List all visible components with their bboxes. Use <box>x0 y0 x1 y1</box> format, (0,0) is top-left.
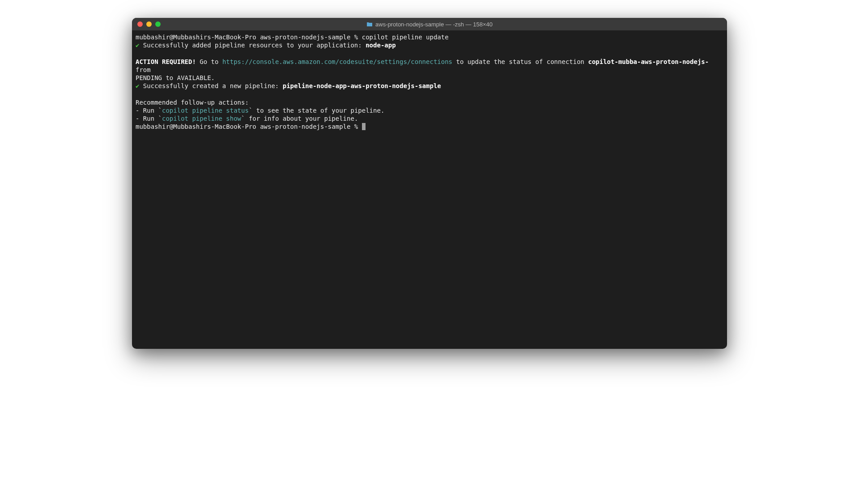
output-text: Successfully created a new pipeline: <box>139 82 282 89</box>
action-required-label: ACTION REQUIRED! <box>136 58 196 65</box>
aws-console-link: https://console.aws.amazon.com/codesuite… <box>222 58 452 65</box>
command-text: copilot pipeline update <box>362 34 449 41</box>
terminal-line: Recommended follow-up actions: <box>136 98 723 106</box>
folder-icon <box>366 21 373 27</box>
terminal-line: - Run `copilot pipeline status` to see t… <box>136 106 723 114</box>
pipeline-name: pipeline-node-app-aws-proton-nodejs-samp… <box>283 82 441 89</box>
terminal-line: mubbashir@Mubbashirs-MacBook-Pro aws-pro… <box>136 123 723 131</box>
terminal-line: mubbashir@Mubbashirs-MacBook-Pro aws-pro… <box>136 33 723 41</box>
terminal-line: ✔ Successfully created a new pipeline: p… <box>136 82 723 90</box>
output-text: ` for info about your pipeline. <box>241 115 358 122</box>
terminal-body[interactable]: mubbashir@Mubbashirs-MacBook-Pro aws-pro… <box>132 30 727 349</box>
terminal-line: PENDING to AVAILABLE. <box>136 74 723 82</box>
close-button[interactable] <box>137 21 143 27</box>
terminal-line: ✔ Successfully added pipeline resources … <box>136 41 723 49</box>
terminal-window: aws-proton-nodejs-sample — -zsh — 158×40… <box>132 18 727 349</box>
terminal-line-blank <box>136 90 723 98</box>
connection-name: copilot-mubba-aws-proton-nodejs- <box>588 58 709 65</box>
cursor <box>362 123 366 130</box>
output-text: - Run ` <box>136 115 162 122</box>
prompt-text: mubbashir@Mubbashirs-MacBook-Pro aws-pro… <box>136 34 362 41</box>
suggested-command: copilot pipeline show <box>162 115 241 122</box>
suggested-command: copilot pipeline status <box>162 107 249 114</box>
output-text: Recommended follow-up actions: <box>136 99 249 106</box>
terminal-line: ACTION REQUIRED! Go to https://console.a… <box>136 58 723 74</box>
output-text: PENDING to AVAILABLE. <box>136 74 215 81</box>
window-title-text: aws-proton-nodejs-sample — -zsh — 158×40 <box>375 21 493 28</box>
window-title: aws-proton-nodejs-sample — -zsh — 158×40 <box>366 21 493 28</box>
traffic-lights <box>137 21 161 27</box>
output-text: - Run ` <box>136 107 162 114</box>
title-bar: aws-proton-nodejs-sample — -zsh — 158×40 <box>132 18 727 30</box>
terminal-line-blank <box>136 49 723 57</box>
output-text: to update the status of connection <box>452 58 588 65</box>
output-text: ` to see the state of your pipeline. <box>249 107 384 114</box>
output-text: Go to <box>196 58 222 65</box>
output-text: Successfully added pipeline resources to… <box>139 42 366 49</box>
maximize-button[interactable] <box>155 21 161 27</box>
app-name: node-app <box>366 42 395 49</box>
prompt-text: mubbashir@Mubbashirs-MacBook-Pro aws-pro… <box>136 123 362 130</box>
minimize-button[interactable] <box>146 21 152 27</box>
terminal-line: - Run `copilot pipeline show` for info a… <box>136 114 723 123</box>
